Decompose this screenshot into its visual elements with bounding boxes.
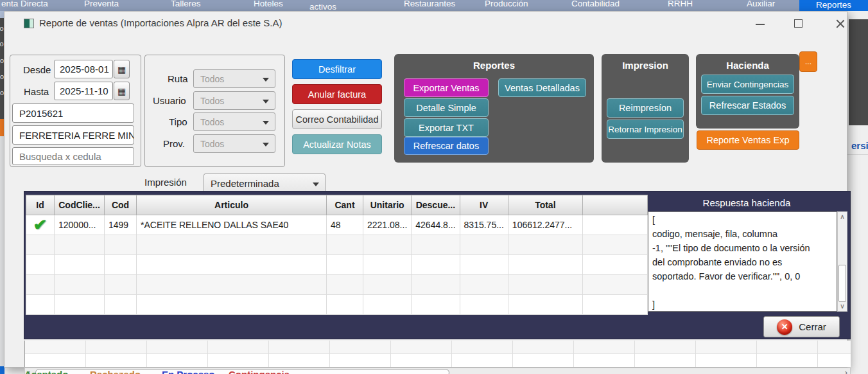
menu-item-talleres[interactable]: Talleres xyxy=(171,0,201,8)
cerrar-button[interactable]: ✕ Cerrar xyxy=(763,316,840,337)
menu-item-produccion[interactable]: Producción xyxy=(485,0,528,8)
menu-item-contabilidad[interactable]: Contabilidad xyxy=(571,0,620,8)
respuesta-scrollbar[interactable]: ∧ ∨ xyxy=(837,211,847,312)
scrollbar-thumb[interactable] xyxy=(838,265,846,302)
tipo-dropdown[interactable]: Todos xyxy=(193,112,275,131)
table-row[interactable]: ✔ 120000... 1499 *ACEITE RELLENO DALLAS … xyxy=(26,215,648,235)
usuario-label: Usuario xyxy=(153,95,186,106)
col-unitario[interactable]: Unitario xyxy=(363,195,412,215)
window-title: Reporte de ventas (Importaciones Alpra A… xyxy=(39,17,282,28)
reporte-ventas-exp-button[interactable]: Reporte Ventas Exp xyxy=(697,130,799,150)
menu-item-activos[interactable]: activos xyxy=(309,2,336,11)
close-circle-icon: ✕ xyxy=(777,319,792,335)
secondary-grid xyxy=(24,341,851,367)
maximize-button[interactable] xyxy=(788,14,810,32)
desde-label: Desde xyxy=(23,64,51,75)
legend-contingencia: Contingencia xyxy=(229,369,290,374)
col-descuento[interactable]: Descue... xyxy=(412,195,460,215)
chevron-down-icon xyxy=(263,78,269,82)
cell-cod: 1499 xyxy=(105,215,137,235)
impresion-select-label: Impresión xyxy=(144,177,187,188)
scroll-right-icon[interactable]: › xyxy=(845,368,847,374)
desde-input[interactable] xyxy=(54,60,113,78)
table-header-row: Id CodClie... Cod Articulo Cant Unitario… xyxy=(26,195,648,215)
hasta-input[interactable] xyxy=(54,82,113,100)
desfiltrar-button[interactable]: Desfiltrar xyxy=(292,59,382,79)
prov-dropdown[interactable]: Todos xyxy=(193,134,275,153)
col-cant[interactable]: Cant xyxy=(327,195,363,215)
reimpresion-button[interactable]: Reimpresíon xyxy=(607,98,684,118)
minimize-button[interactable] xyxy=(749,14,771,32)
cedula-search-input[interactable] xyxy=(12,147,134,165)
menu-item-auxiliar[interactable]: Auxiliar xyxy=(747,0,775,8)
cell-codcliente: 120000... xyxy=(55,215,105,235)
ruta-label: Ruta xyxy=(168,73,188,84)
legend-aceptado: Aceptado xyxy=(24,369,68,374)
col-extra[interactable] xyxy=(582,195,647,215)
menu-item-preventa[interactable]: Preventa xyxy=(84,0,119,8)
legend-en-proceso: En Proceso xyxy=(162,369,215,374)
divider xyxy=(847,154,868,155)
prov-label: Prov. xyxy=(163,138,185,149)
table-row-empty[interactable] xyxy=(26,275,648,295)
menu-bar: enta Directa Preventa Talleres Hoteles a… xyxy=(0,0,868,11)
col-articulo[interactable]: Articulo xyxy=(137,195,327,215)
horizontal-scrollbar[interactable]: ‹ › xyxy=(24,368,851,374)
col-total[interactable]: Total xyxy=(508,195,582,215)
exportar-txt-button[interactable]: Exportar TXT xyxy=(404,118,489,137)
refrescar-datos-button[interactable]: Refrescar datos xyxy=(404,137,489,155)
chevron-down-icon xyxy=(263,121,269,125)
table-row-empty[interactable] xyxy=(26,235,648,255)
detalle-simple-button[interactable]: Detalle Simple xyxy=(404,98,489,117)
minimize-icon xyxy=(756,24,765,25)
legend-rechazado: Rechazado xyxy=(90,369,141,374)
ventas-detalladas-button[interactable]: Ventas Detalladas xyxy=(498,78,586,97)
cell-articulo: *ACEITE RELLENO DALLAS SAE40 xyxy=(137,215,327,235)
maximize-icon xyxy=(794,19,803,28)
respuesta-hacienda-textarea[interactable]: [ codigo, mensaje, fila, columna -1, ""E… xyxy=(648,211,837,312)
chevron-down-icon xyxy=(263,143,269,147)
screen: enta Directa Preventa Talleres Hoteles a… xyxy=(0,0,868,374)
menu-item-hoteles[interactable]: Hoteles xyxy=(254,0,283,8)
correo-contabilidad-button[interactable]: Correo Contabilidad xyxy=(292,109,382,129)
exportar-ventas-button[interactable]: Exportar Ventas xyxy=(404,78,489,97)
report-dialog: Reporte de ventas (Importaciones Alpra A… xyxy=(4,11,847,368)
hasta-calendar-button[interactable]: ▦ xyxy=(114,82,130,100)
usuario-dropdown[interactable]: Todos xyxy=(193,91,275,110)
table-row-empty[interactable] xyxy=(26,295,648,315)
anular-factura-button[interactable]: Anular factura xyxy=(292,84,382,104)
menu-item-restaurantes[interactable]: Restaurantes xyxy=(404,0,455,8)
actualizar-notas-button[interactable]: Actualizar Notas xyxy=(292,134,382,154)
cell-cant: 48 xyxy=(327,215,363,235)
cliente-search-input[interactable] xyxy=(12,125,134,145)
table-row-empty[interactable] xyxy=(26,255,648,275)
scroll-up-icon[interactable]: ∧ xyxy=(838,213,847,221)
close-button[interactable] xyxy=(825,14,847,32)
menu-item-venta-directa[interactable]: enta Directa xyxy=(1,0,48,8)
col-id[interactable]: Id xyxy=(26,195,55,215)
hasta-label: Hasta xyxy=(24,86,49,97)
factura-search-input[interactable] xyxy=(12,103,134,123)
enviar-contingencias-button[interactable]: Enviar Contingencias xyxy=(701,75,794,94)
ruta-dropdown[interactable]: Todos xyxy=(193,69,275,88)
scroll-down-icon[interactable]: ∨ xyxy=(838,302,847,310)
impresion-panel-title: Impresion xyxy=(602,60,689,71)
background-panel xyxy=(849,19,868,125)
calendar-icon: ▦ xyxy=(117,86,126,96)
refrescar-estados-button[interactable]: Refrescar Estados xyxy=(701,96,794,115)
retornar-impresion-button[interactable]: Retornar Impresion xyxy=(607,120,684,139)
more-options-button[interactable]: ... xyxy=(799,51,817,72)
menu-item-rrhh[interactable]: RRHH xyxy=(668,0,693,8)
background-text-fragment: ersió xyxy=(851,140,868,151)
cell-extra xyxy=(582,215,647,235)
grid-lines xyxy=(25,341,851,367)
sales-table: Id CodClie... Cod Articulo Cant Unitario… xyxy=(26,195,648,315)
hacienda-panel-title: Hacienda xyxy=(696,60,799,71)
col-codcliente[interactable]: CodClie... xyxy=(55,195,105,215)
col-iv[interactable]: IV xyxy=(460,195,508,215)
desde-calendar-button[interactable]: ▦ xyxy=(114,60,130,78)
close-icon xyxy=(835,19,846,29)
menu-item-reportes[interactable]: Reportes xyxy=(799,0,868,11)
col-cod[interactable]: Cod xyxy=(105,195,137,215)
cell-descuento: 42644.8... xyxy=(412,215,460,235)
